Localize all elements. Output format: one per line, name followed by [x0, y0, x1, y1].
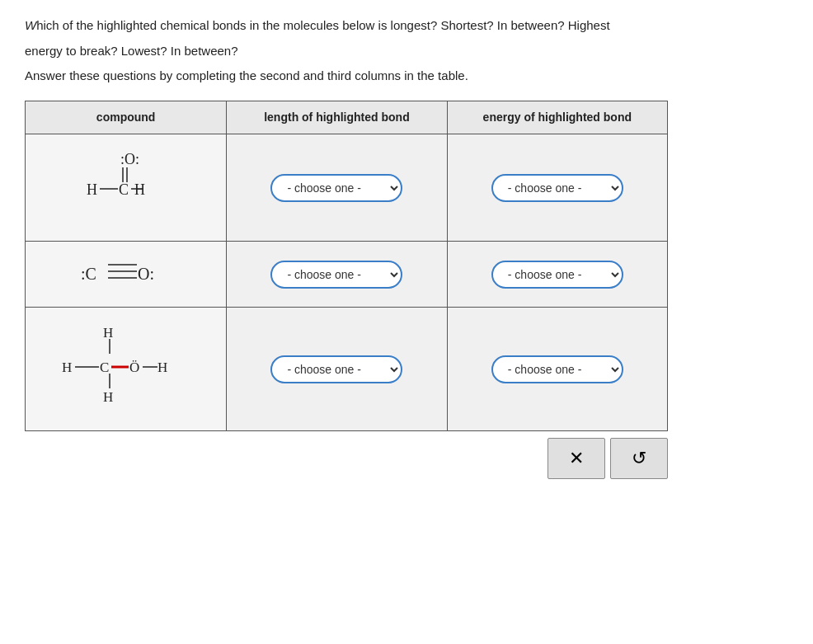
dropdown-wrapper-2-length[interactable]: - choose one - longest shortest in betwe…	[270, 261, 402, 289]
dropdown-cell-3-energy[interactable]: - choose one - highest lowest in between	[447, 308, 667, 431]
intro-line1: Which of the highlighted chemical bonds …	[25, 16, 788, 35]
dropdown-cell-2-length[interactable]: - choose one - longest shortest in betwe…	[227, 242, 447, 308]
intro-section: Which of the highlighted chemical bonds …	[25, 16, 788, 86]
svg-text:C: C	[100, 360, 109, 375]
compound-cell-2: :C O:	[26, 242, 227, 308]
methanol-svg: H H C Ö H H	[60, 322, 192, 413]
undo-icon: ↺	[632, 448, 646, 469]
dropdown-2-length[interactable]: - choose one - longest shortest in betwe…	[270, 261, 402, 289]
svg-text:H: H	[134, 181, 145, 198]
molecule-methanol: H H C Ö H H	[60, 322, 192, 413]
svg-text:H: H	[62, 360, 72, 375]
bottom-bar: ✕ ↺	[25, 438, 668, 479]
co-svg: :C O:	[77, 256, 176, 289]
dropdown-wrapper-1-energy[interactable]: - choose one - highest lowest in between	[491, 174, 623, 202]
intro-line2: energy to break? Lowest? In between?	[25, 42, 788, 61]
svg-text:H: H	[157, 360, 167, 375]
svg-text:O:: O:	[138, 265, 154, 283]
compound-cell-3: H H C Ö H H	[26, 308, 227, 431]
dropdown-cell-2-energy[interactable]: - choose one - highest lowest in between	[447, 242, 667, 308]
dropdown-wrapper-1-length[interactable]: - choose one - longest shortest in betwe…	[270, 174, 402, 202]
svg-text:Ö: Ö	[129, 360, 139, 375]
dropdown-cell-1-length[interactable]: - choose one - longest shortest in betwe…	[227, 134, 447, 242]
svg-text::O:: :O:	[120, 151, 139, 167]
dropdown-2-energy[interactable]: - choose one - highest lowest in between	[491, 261, 623, 289]
svg-text:H: H	[87, 181, 97, 198]
dropdown-1-energy[interactable]: - choose one - highest lowest in between	[491, 174, 623, 202]
dropdown-wrapper-3-energy[interactable]: - choose one - highest lowest in between	[491, 355, 623, 383]
dropdown-3-energy[interactable]: - choose one - highest lowest in between	[491, 355, 623, 383]
main-table: compound length of highlighted bond ener…	[25, 101, 668, 432]
col-header-length: length of highlighted bond	[227, 101, 447, 134]
dropdown-3-length[interactable]: - choose one - longest shortest in betwe…	[270, 355, 402, 383]
dropdown-1-length[interactable]: - choose one - longest shortest in betwe…	[270, 174, 402, 202]
col-header-energy: energy of highlighted bond	[447, 101, 667, 134]
compound-cell-1: :O: C H H	[26, 134, 227, 242]
svg-text:H: H	[103, 389, 113, 405]
dropdown-wrapper-3-length[interactable]: - choose one - longest shortest in betwe…	[270, 355, 402, 383]
dropdown-wrapper-2-energy[interactable]: - choose one - highest lowest in between	[491, 261, 623, 289]
col-header-compound: compound	[26, 101, 227, 134]
svg-text::C: :C	[81, 265, 96, 283]
molecule-formaldehyde: :O: C H H	[85, 149, 167, 223]
clear-button[interactable]: ✕	[547, 438, 605, 479]
table-row: :C O: - choose one - longest shortest	[26, 242, 668, 308]
intro-line3: Answer these questions by completing the…	[25, 67, 788, 86]
table-row: H H C Ö H H	[26, 308, 668, 431]
molecule-co: :C O:	[77, 256, 176, 289]
dropdown-cell-1-energy[interactable]: - choose one - highest lowest in between	[447, 134, 667, 242]
table-row: :O: C H H	[26, 134, 668, 242]
svg-text:C: C	[119, 181, 129, 198]
svg-text:H: H	[103, 325, 113, 341]
undo-button[interactable]: ↺	[610, 438, 668, 479]
clear-icon: ✕	[569, 448, 584, 469]
formaldehyde-svg: :O: C H H	[85, 149, 167, 223]
dropdown-cell-3-length[interactable]: - choose one - longest shortest in betwe…	[227, 308, 447, 431]
